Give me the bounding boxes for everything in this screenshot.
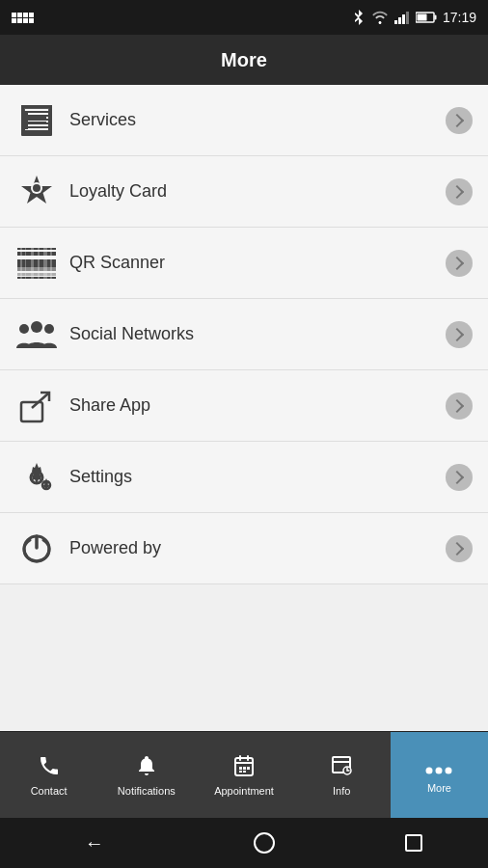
share-chevron: [446, 393, 473, 420]
qr-icon: [15, 242, 58, 285]
qr-chevron: [446, 250, 473, 277]
menu-item-loyalty[interactable]: Loyalty Card: [0, 156, 488, 228]
menu-item-qr[interactable]: QR Scanner: [0, 228, 488, 299]
header-title: More: [221, 49, 267, 71]
menu-item-share[interactable]: Share App: [0, 370, 488, 442]
calendar-icon: [232, 754, 256, 781]
share-icon: [15, 385, 58, 427]
powered-chevron: [446, 535, 473, 562]
svg-rect-35: [43, 248, 47, 279]
svg-line-41: [32, 393, 48, 408]
app-header: More: [0, 35, 488, 85]
home-button[interactable]: [254, 832, 275, 854]
svg-rect-33: [31, 248, 34, 279]
svg-point-37: [31, 321, 42, 333]
svg-rect-20: [27, 126, 41, 128]
svg-rect-54: [243, 771, 246, 773]
status-bar-right: 17:19: [352, 10, 476, 25]
settings-chevron: [446, 464, 473, 491]
settings-icon: [15, 456, 58, 499]
loyalty-label: Loyalty Card: [69, 181, 446, 202]
nav-item-contact[interactable]: Contact: [0, 732, 97, 818]
bell-icon: [135, 754, 158, 781]
svg-rect-17: [24, 108, 49, 111]
svg-rect-1: [398, 17, 401, 24]
menu-list: Services Loyalty Card: [0, 85, 488, 731]
svg-rect-50: [239, 767, 242, 770]
status-bar: 17:19: [0, 0, 488, 35]
svg-rect-13: [21, 130, 52, 132]
recents-button[interactable]: [405, 834, 422, 852]
signal-icon: [394, 11, 410, 24]
notifications-nav-label: Notifications: [118, 785, 176, 797]
menu-item-settings[interactable]: Settings: [0, 442, 488, 513]
battery-icon: [416, 12, 437, 23]
svg-rect-3: [406, 12, 409, 24]
nav-item-more[interactable]: More: [391, 732, 488, 818]
status-bar-left: [12, 13, 34, 23]
menu-item-social[interactable]: Social Networks: [0, 299, 488, 370]
back-button[interactable]: [66, 825, 123, 862]
time-display: 17:19: [443, 10, 476, 25]
info-nav-label: Info: [333, 785, 350, 797]
svg-rect-31: [20, 248, 22, 279]
svg-rect-0: [394, 20, 397, 24]
settings-label: Settings: [69, 467, 446, 487]
svg-rect-16: [21, 132, 52, 136]
svg-rect-51: [243, 767, 246, 770]
social-label: Social Networks: [69, 324, 446, 344]
svg-rect-52: [247, 767, 250, 770]
services-icon: [15, 99, 58, 142]
loyalty-chevron: [446, 178, 473, 205]
social-icon: [15, 313, 58, 356]
dots-icon: [425, 757, 452, 778]
services-label: Services: [69, 110, 446, 130]
svg-point-58: [426, 767, 433, 773]
svg-rect-6: [417, 14, 426, 21]
svg-rect-2: [402, 14, 405, 24]
appointment-nav-label: Appointment: [214, 785, 274, 797]
power-icon: [15, 528, 58, 570]
more-nav-label: More: [427, 782, 451, 794]
svg-point-39: [44, 324, 54, 334]
contact-nav-label: Contact: [31, 785, 68, 797]
grid-icon: [12, 13, 34, 23]
svg-rect-40: [21, 402, 42, 421]
menu-item-services[interactable]: Services: [0, 85, 488, 156]
share-label: Share App: [69, 395, 446, 416]
svg-rect-21: [25, 112, 28, 129]
nav-item-appointment[interactable]: Appointment: [195, 732, 292, 818]
phone-icon: [38, 754, 61, 781]
qr-label: QR Scanner: [69, 253, 446, 273]
nav-item-notifications[interactable]: Notifications: [97, 732, 195, 818]
menu-item-powered[interactable]: Powered by: [0, 513, 488, 584]
svg-point-59: [436, 767, 443, 773]
svg-point-60: [446, 767, 452, 773]
svg-rect-34: [38, 248, 40, 279]
social-chevron: [446, 321, 473, 348]
nav-item-info[interactable]: Info: [293, 732, 391, 818]
system-nav-bar: [0, 818, 488, 868]
svg-rect-36: [50, 248, 52, 279]
bottom-navigation: Contact Notifications Appointment: [0, 731, 488, 818]
svg-rect-18: [27, 117, 46, 119]
powered-label: Powered by: [69, 538, 446, 558]
bluetooth-icon: [352, 10, 366, 25]
globe-icon: [330, 754, 353, 781]
svg-rect-32: [25, 248, 26, 279]
svg-rect-5: [434, 15, 436, 20]
svg-rect-53: [239, 771, 242, 773]
wifi-icon: [371, 11, 389, 24]
loyalty-icon: [15, 171, 58, 213]
svg-point-38: [19, 324, 29, 334]
svg-point-24: [33, 184, 41, 192]
services-chevron: [446, 107, 473, 134]
svg-rect-19: [27, 122, 46, 123]
